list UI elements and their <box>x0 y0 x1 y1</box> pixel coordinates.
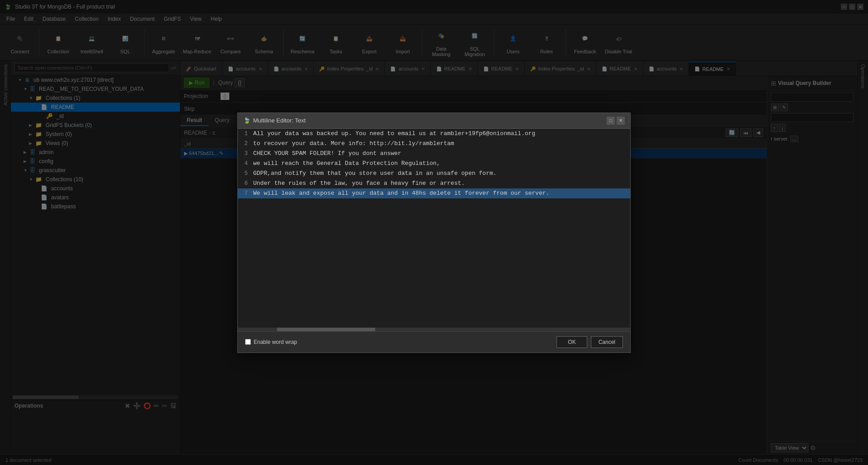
line-number: 4 <box>240 159 253 169</box>
modal-scrollbar[interactable] <box>238 328 630 331</box>
word-wrap-check[interactable]: Enable word wrap <box>245 339 297 345</box>
editor-line-6: 6 Under the rules of the law, you face a… <box>238 178 630 188</box>
modal-footer: Enable word wrap OK Cancel <box>238 331 630 352</box>
line-content: GDPR,and notify them that you store user… <box>253 169 628 178</box>
line-number: 1 <box>240 129 253 139</box>
editor-line-3: 3CHECK YOUR SPAM FOLDER! If you dont ans… <box>238 149 630 159</box>
modal-editor: 1All your data was backed up. You need t… <box>238 129 630 328</box>
modal-close-btn[interactable]: ✕ <box>617 117 625 125</box>
modal-titlebar: 🍃 Multiline Editor: Text □ ✕ <box>238 113 630 129</box>
multiline-editor-modal: 🍃 Multiline Editor: Text □ ✕ 1All your d… <box>237 113 631 353</box>
modal-title: 🍃 Multiline Editor: Text <box>243 117 306 124</box>
word-wrap-checkbox[interactable] <box>245 339 251 345</box>
modal-icon: 🍃 <box>243 117 250 124</box>
modal-restore-btn[interactable]: □ <box>607 117 615 125</box>
line-content: we will reach the General Data Protectio… <box>253 159 628 169</box>
cancel-button[interactable]: Cancel <box>591 336 623 348</box>
modal-scroll-thumb <box>277 328 375 331</box>
line-content: All your data was backed up. You need to… <box>253 129 628 139</box>
editor-line-2: 2to recover your data. More info: http:/… <box>238 139 630 149</box>
modal-controls: □ ✕ <box>607 117 625 125</box>
line-number: 3 <box>240 149 253 159</box>
line-content: We will leak and expose all your data an… <box>253 188 628 198</box>
editor-line-4: 4 we will reach the General Data Protect… <box>238 159 630 169</box>
modal-footer-btns: OK Cancel <box>557 336 623 348</box>
line-number: 6 <box>240 178 253 188</box>
modal-overlay: 🍃 Multiline Editor: Text □ ✕ 1All your d… <box>0 0 868 465</box>
line-number: 2 <box>240 139 253 149</box>
line-content: to recover your data. More info: http://… <box>253 139 628 149</box>
line-number: 5 <box>240 169 253 178</box>
line-content: CHECK YOUR SPAM FOLDER! If you dont answ… <box>253 149 628 159</box>
line-number: 7 <box>240 188 253 198</box>
ok-button[interactable]: OK <box>557 336 587 348</box>
editor-line-1: 1All your data was backed up. You need t… <box>238 129 630 139</box>
line-content: Under the rules of the law, you face a h… <box>253 178 628 188</box>
editor-line-7: 7 We will leak and expose all your data … <box>238 188 630 198</box>
editor-line-5: 5 GDPR,and notify them that you store us… <box>238 169 630 178</box>
